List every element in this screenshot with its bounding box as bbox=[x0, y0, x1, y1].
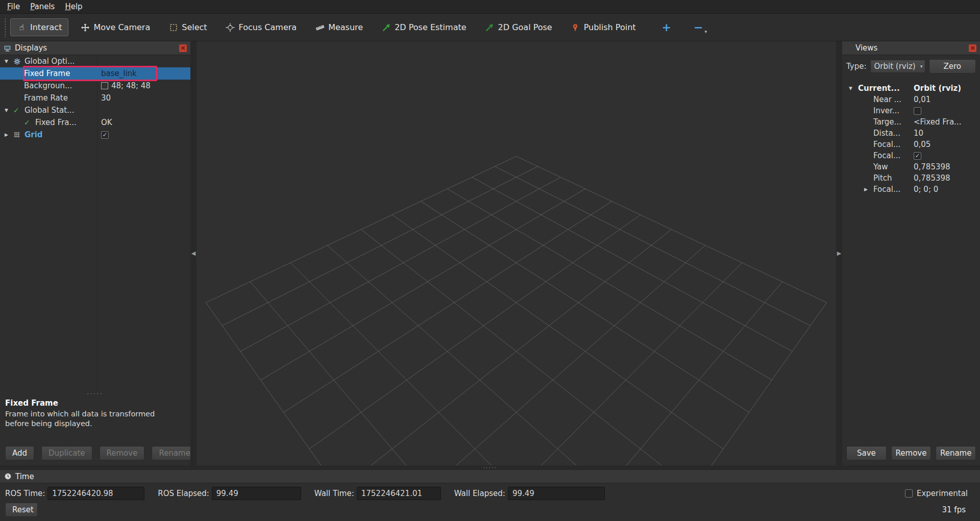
property-value: 0,01 bbox=[914, 95, 930, 104]
view-property-row[interactable]: ▶Focal...0; 0; 0 bbox=[842, 184, 980, 195]
help-title: Fixed Frame bbox=[5, 399, 185, 408]
main-area: Displays ▼Global Opti...Fixed Framebase_… bbox=[0, 41, 980, 465]
menu-file[interactable]: File bbox=[2, 1, 25, 13]
help-splitter-handle[interactable] bbox=[0, 391, 190, 396]
view-type-combobox[interactable]: Orbit (rviz) ▾ bbox=[870, 60, 925, 73]
property-name: Focal... bbox=[873, 140, 900, 149]
property-name: Current... bbox=[858, 84, 900, 93]
display-property-row[interactable]: ▼Global Opti... bbox=[0, 55, 190, 67]
time-field-value[interactable]: 1752246421.01 bbox=[357, 487, 441, 500]
bottom-splitter[interactable] bbox=[0, 465, 980, 470]
view-type-value: Orbit (rviz) bbox=[874, 62, 919, 71]
move-camera-icon bbox=[80, 22, 90, 32]
experimental-checkbox[interactable] bbox=[905, 489, 913, 498]
displays-tree: ▼Global Opti...Fixed Framebase_linkBackg… bbox=[0, 55, 190, 391]
tool-measure[interactable]: Measure bbox=[308, 18, 370, 36]
view-property-row[interactable]: ▼Current...Orbit (rviz) bbox=[842, 83, 980, 94]
property-value: <Fixed Fra... bbox=[914, 117, 961, 127]
property-value: OK bbox=[101, 118, 112, 127]
view-property-row[interactable]: Near ...0,01 bbox=[842, 94, 980, 105]
duplicate-button: Duplicate bbox=[41, 446, 92, 460]
reset-button[interactable]: Reset bbox=[5, 503, 38, 517]
time-field-label: Wall Time: bbox=[314, 489, 354, 498]
tool-2d-pose-estimate[interactable]: 2D Pose Estimate bbox=[375, 18, 473, 36]
view-property-row[interactable]: Focal... bbox=[842, 150, 980, 161]
display-property-row[interactable]: Fixed Framebase_link bbox=[0, 67, 190, 80]
save-button[interactable]: Save bbox=[846, 446, 887, 460]
tool-select[interactable]: Select bbox=[162, 18, 213, 36]
views-buttons: SaveRemoveRename bbox=[842, 443, 980, 465]
view-property-row[interactable]: Inver... bbox=[842, 105, 980, 116]
property-value: 0,785398 bbox=[914, 173, 950, 183]
help-text-line: Frame into which all data is transformed bbox=[5, 409, 185, 419]
tool-label: Focus Camera bbox=[239, 22, 297, 32]
view-property-row[interactable]: Dista...10 bbox=[842, 128, 980, 139]
collapse-right-icon[interactable]: ▶ bbox=[837, 250, 841, 257]
menu-help[interactable]: Help bbox=[60, 1, 87, 13]
toolbar-drag-handle[interactable] bbox=[4, 18, 7, 37]
tool-move-camera[interactable]: Move Camera bbox=[74, 18, 157, 36]
property-name: Targe... bbox=[873, 117, 901, 127]
expander-right-icon[interactable]: ▶ bbox=[864, 187, 873, 192]
expander-right-icon[interactable]: ▶ bbox=[5, 132, 13, 137]
property-name: Backgroun... bbox=[24, 81, 72, 90]
display-property-row[interactable]: Frame Rate30 bbox=[0, 92, 190, 104]
close-icon[interactable] bbox=[179, 44, 187, 52]
view-property-row[interactable]: Yaw0,785398 bbox=[842, 161, 980, 172]
property-name: Focal... bbox=[873, 151, 900, 160]
rename-button[interactable]: Rename bbox=[936, 446, 976, 460]
collapse-left-icon[interactable]: ◀ bbox=[191, 250, 195, 257]
help-text-line: before being displayed. bbox=[5, 419, 185, 429]
focus-crosshair-icon bbox=[226, 22, 235, 32]
zero-button[interactable]: Zero bbox=[929, 59, 976, 73]
tool-publish-point[interactable]: Publish Point bbox=[564, 18, 643, 36]
remove-tool-button[interactable]: − ▾ bbox=[691, 21, 710, 34]
property-name: Dista... bbox=[873, 129, 900, 138]
hand-icon: ☝ bbox=[17, 22, 27, 32]
add-tool-button[interactable]: + bbox=[658, 21, 675, 34]
displays-buttons: AddDuplicateRemoveRename bbox=[0, 443, 190, 465]
menu-panels[interactable]: Panels bbox=[25, 1, 60, 13]
left-splitter[interactable]: ◀ bbox=[190, 41, 197, 465]
experimental-toggle: Experimental bbox=[905, 489, 968, 498]
add-button[interactable]: Add bbox=[5, 446, 34, 460]
tool-interact[interactable]: ☝Interact bbox=[10, 18, 68, 36]
color-swatch[interactable] bbox=[101, 82, 108, 89]
enable-checkbox[interactable] bbox=[101, 131, 109, 139]
time-titlebar[interactable]: Time bbox=[0, 470, 980, 483]
tool-focus-camera[interactable]: Focus Camera bbox=[219, 18, 304, 36]
time-field-value[interactable]: 1752246420.98 bbox=[47, 487, 144, 500]
view-property-row[interactable]: Targe...<Fixed Fra... bbox=[842, 116, 980, 128]
expander-down-icon[interactable]: ▼ bbox=[5, 108, 13, 113]
display-property-row[interactable]: Backgroun...48; 48; 48 bbox=[0, 80, 190, 92]
property-checkbox[interactable] bbox=[914, 107, 921, 115]
status-ok-icon: ✓ bbox=[24, 119, 35, 126]
views-titlebar[interactable]: Views bbox=[842, 41, 980, 55]
display-property-row[interactable]: ✓Fixed Fra...OK bbox=[0, 116, 190, 129]
tool-2d-goal-pose[interactable]: 2D Goal Pose bbox=[478, 18, 559, 36]
right-splitter[interactable]: ▶ bbox=[836, 41, 842, 465]
view-property-row[interactable]: Focal...0,05 bbox=[842, 139, 980, 150]
time-field-value[interactable]: 99.49 bbox=[508, 487, 605, 500]
views-panel: Views Type: Orbit (rviz) ▾ Zero ▼Current… bbox=[842, 41, 980, 465]
remove-button[interactable]: Remove bbox=[891, 446, 932, 460]
viewport-3d[interactable] bbox=[197, 41, 836, 465]
displays-panel-title: Displays bbox=[15, 43, 47, 53]
time-field-value[interactable]: 99.49 bbox=[212, 487, 301, 500]
expander-down-icon[interactable]: ▼ bbox=[5, 59, 13, 64]
property-name: Yaw bbox=[873, 162, 888, 171]
view-property-row[interactable]: Pitch0,785398 bbox=[842, 172, 980, 184]
property-checkbox[interactable] bbox=[914, 152, 921, 160]
expander-down-icon[interactable]: ▼ bbox=[849, 86, 858, 91]
toolbar: ☝InteractMove CameraSelectFocus CameraMe… bbox=[0, 14, 980, 41]
display-property-row[interactable]: ▶Grid bbox=[0, 129, 190, 141]
display-property-row[interactable]: ▼✓Global Stat... bbox=[0, 104, 190, 116]
time-field-label: ROS Elapsed: bbox=[158, 489, 209, 498]
views-panel-title: Views bbox=[855, 43, 877, 53]
close-icon[interactable] bbox=[969, 44, 976, 52]
property-name: Frame Rate bbox=[24, 93, 68, 103]
displays-titlebar[interactable]: Displays bbox=[0, 41, 190, 55]
publish-point-pin-icon bbox=[571, 22, 580, 32]
chevron-down-icon: ▾ bbox=[704, 29, 707, 34]
tool-label: 2D Pose Estimate bbox=[395, 22, 466, 32]
